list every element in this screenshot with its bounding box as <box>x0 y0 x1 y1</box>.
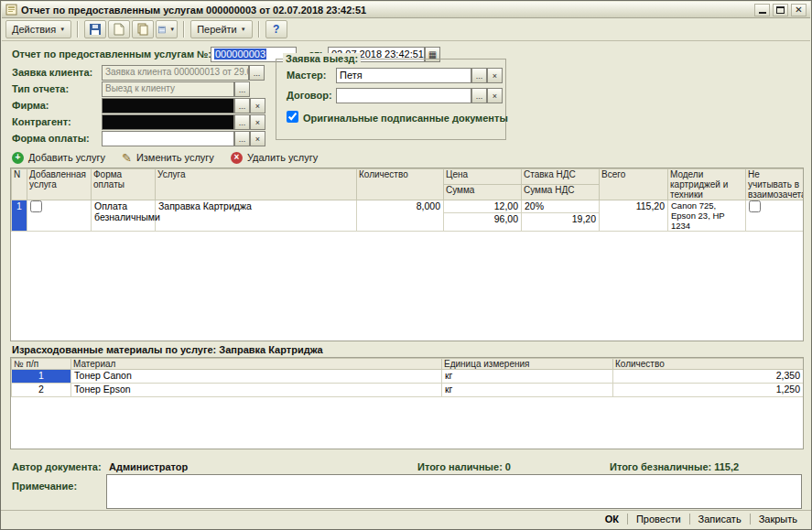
chevron-down-icon: ▼ <box>241 27 246 32</box>
service-cell[interactable]: Заправка Картриджа <box>156 200 357 232</box>
vat-cell[interactable]: 20% 19,20 <box>522 200 600 232</box>
help-icon: ? <box>273 23 279 36</box>
col-header-quantity: Количество <box>613 359 804 370</box>
chevron-down-icon: ▼ <box>60 27 65 32</box>
footer-button-bar: ОК Провести Записать Закрыть <box>597 512 806 526</box>
material-cell[interactable]: Тонер Canon <box>71 370 442 384</box>
window-controls: ✕ <box>754 4 807 16</box>
write-button[interactable]: Записать <box>690 514 750 525</box>
firm-browse-button[interactable]: ... <box>234 98 250 114</box>
counterparty-clear-button[interactable]: × <box>250 114 265 130</box>
counterparty-label: Контрагент: <box>12 116 71 127</box>
price-sum-cell[interactable]: 12,00 96,00 <box>444 200 522 232</box>
quantity-cell[interactable]: 1,250 <box>613 384 804 397</box>
report-number-value: 000000003 <box>214 49 266 59</box>
payment-form-browse-button[interactable]: ... <box>234 131 250 146</box>
window-title: Отчет по предоставленным услугам 0000000… <box>21 5 751 16</box>
exclude-cell[interactable] <box>746 200 804 232</box>
close-icon: ✕ <box>795 5 802 15</box>
maximize-icon <box>776 6 785 14</box>
col-header-row-no: № п/п <box>12 359 71 370</box>
payment-form-label: Форма оплаты: <box>12 133 90 144</box>
services-table-container: N Добавленная услуга Форма оплаты Услуга… <box>10 168 804 341</box>
original-docs-checkbox[interactable] <box>287 111 298 123</box>
reports-dropdown-button[interactable]: ▼ <box>156 20 178 38</box>
help-button[interactable]: ? <box>265 20 287 38</box>
qty-cell[interactable]: 8,000 <box>357 200 444 232</box>
unit-cell[interactable]: кг <box>442 384 613 397</box>
col-header-n: N <box>12 169 27 200</box>
close-button[interactable]: ✕ <box>791 4 807 16</box>
vat-rate-value: 20% <box>522 200 599 212</box>
row-number-cell[interactable]: 1 <box>12 200 27 232</box>
documents-icon <box>136 23 149 36</box>
delete-service-label: Удалить услугу <box>247 152 318 163</box>
edit-service-button[interactable]: ✎ Изменить услугу <box>122 152 214 164</box>
report-type-field[interactable]: Выезд к клиенту <box>102 81 234 97</box>
payment-cell[interactable]: Оплата безналичными <box>92 200 156 232</box>
copy-document-icon-button[interactable] <box>132 20 154 38</box>
minimize-icon <box>759 12 766 14</box>
contract-field[interactable] <box>336 88 471 103</box>
unit-cell[interactable]: кг <box>442 370 613 384</box>
col-header-added: Добавленная услуга <box>27 169 92 200</box>
counterparty-browse-button[interactable]: ... <box>234 114 250 130</box>
ok-button[interactable]: ОК <box>597 514 627 525</box>
contract-browse-button[interactable]: ... <box>471 88 487 103</box>
materials-section-title: Израсходованные материалы по услуге: Зап… <box>12 344 323 355</box>
open-document-icon-button[interactable] <box>108 20 130 38</box>
payment-form-field[interactable] <box>102 131 234 146</box>
col-header-service: Услуга <box>156 169 357 200</box>
close-form-button[interactable]: Закрыть <box>751 514 806 525</box>
original-docs-label: Оригинальные подписанные документы <box>303 113 508 124</box>
note-input[interactable] <box>106 474 802 509</box>
total-cell[interactable]: 115,20 <box>600 200 668 232</box>
save-icon-button[interactable] <box>84 20 106 38</box>
master-clear-button[interactable]: × <box>487 68 503 83</box>
models-cell[interactable]: Canon 725, Epson 23, HP 1234 <box>668 200 746 232</box>
master-label: Мастер: <box>287 70 326 81</box>
total-cash: Итого наличные: 0 <box>417 461 511 472</box>
client-request-field[interactable]: Заявка клиента 000000013 от 29.06.2018 1… <box>102 65 249 81</box>
added-service-cell[interactable] <box>27 200 92 232</box>
delete-service-button[interactable]: × Удалить услугу <box>231 152 318 164</box>
col-header-unit: Единица измерения <box>442 359 613 370</box>
exclude-checkbox[interactable] <box>749 200 761 212</box>
add-service-button[interactable]: + Добавить услугу <box>12 152 105 164</box>
material-cell[interactable]: Тонер Epson <box>71 384 442 397</box>
actions-menu-label: Действия <box>12 24 56 35</box>
goto-menu-button[interactable]: Перейти ▼ <box>190 20 253 38</box>
app-window: Отчет по предоставленным услугам 0000000… <box>0 0 812 530</box>
firm-clear-button[interactable]: × <box>250 98 265 114</box>
master-browse-button[interactable]: ... <box>471 68 487 83</box>
report-number-label: Отчет по предоставленным услугам №: <box>12 49 211 59</box>
total-cashless: Итого безналичные: 115,2 <box>610 461 739 472</box>
master-field[interactable]: Петя <box>336 68 471 83</box>
chevron-down-icon: ▼ <box>169 27 175 32</box>
minimize-button[interactable] <box>754 4 770 16</box>
save-icon <box>89 23 102 36</box>
redacted-value <box>103 99 233 113</box>
payment-form-clear-button[interactable]: × <box>250 131 265 146</box>
contract-clear-button[interactable]: × <box>487 88 503 103</box>
note-label: Примечание: <box>12 481 77 492</box>
client-request-browse-button[interactable]: ... <box>249 65 265 81</box>
table-row: 2 Тонер Epson кг 1,250 <box>12 384 804 397</box>
contract-label: Договор: <box>287 90 332 101</box>
toolbar-separator <box>183 21 185 38</box>
price-value: 12,00 <box>444 200 521 212</box>
row-number-cell[interactable]: 2 <box>12 384 71 397</box>
col-header-price: Цена <box>444 169 522 185</box>
materials-table-container: № п/п Материал Единица измерения Количес… <box>10 357 804 449</box>
redacted-value <box>103 115 233 129</box>
col-header-payment: Форма оплаты <box>92 169 156 200</box>
actions-menu-button[interactable]: Действия ▼ <box>5 20 71 38</box>
post-button[interactable]: Провести <box>628 514 689 525</box>
table-row: 1 Оплата безналичными Заправка Картриджа… <box>12 200 804 232</box>
report-type-browse-button[interactable]: ... <box>234 81 250 97</box>
added-service-checkbox[interactable] <box>30 200 42 212</box>
quantity-cell[interactable]: 2,350 <box>613 370 804 384</box>
row-number-cell[interactable]: 1 <box>12 370 71 384</box>
author-value: Администратор <box>109 461 188 472</box>
maximize-button[interactable] <box>773 4 788 16</box>
